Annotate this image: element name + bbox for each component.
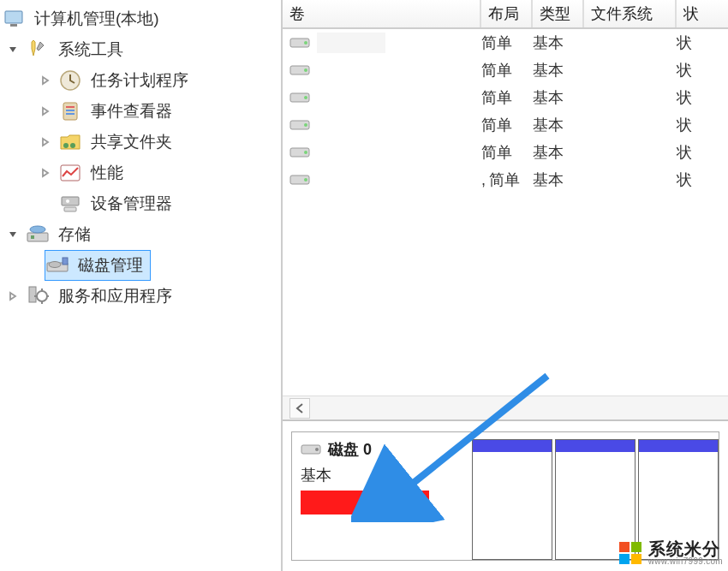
- tree-item-storage[interactable]: 存储: [0, 219, 281, 250]
- horizontal-scrollbar[interactable]: [283, 396, 728, 419]
- collapse-icon[interactable]: [5, 42, 21, 57]
- svg-rect-13: [27, 233, 48, 241]
- tree-item-event-viewer[interactable]: 事件查看器: [0, 96, 281, 127]
- disk-type-label: 基本: [301, 465, 463, 485]
- svg-rect-1: [10, 24, 17, 27]
- table-row[interactable]: 简单 基本 状: [283, 57, 728, 84]
- volume-icon: [289, 35, 310, 51]
- column-header-volume[interactable]: 卷: [283, 0, 481, 27]
- disk-size-redacted: [301, 491, 429, 514]
- cell-layout: ,简单: [481, 170, 533, 190]
- tree-item-label: 磁盘管理: [78, 254, 143, 277]
- tree-item-label: 性能: [91, 162, 123, 184]
- cell-status: 状: [677, 33, 728, 53]
- tools-icon: [26, 38, 50, 62]
- column-header-layout[interactable]: 布局: [481, 0, 533, 27]
- cell-status: 状: [677, 115, 728, 135]
- svg-point-22: [304, 41, 307, 45]
- cell-type: 基本: [533, 33, 584, 53]
- table-row[interactable]: 简单 基本 状: [283, 139, 728, 166]
- svg-rect-10: [62, 197, 79, 205]
- expand-icon[interactable]: [38, 73, 53, 88]
- cell-layout: 简单: [481, 142, 533, 163]
- table-row[interactable]: 简单 基本 状: [283, 29, 728, 57]
- watermark-title: 系统米分: [648, 540, 723, 557]
- tree-root-label: 计算机管理(本地): [34, 8, 159, 30]
- tree-item-performance[interactable]: 性能: [0, 158, 281, 188]
- collapse-icon[interactable]: [5, 227, 21, 242]
- volume-icon: [289, 145, 310, 160]
- cell-status: 状: [677, 87, 728, 108]
- cell-type: 基本: [533, 115, 584, 135]
- svg-rect-19: [29, 287, 36, 302]
- svg-point-17: [49, 262, 61, 268]
- table-body: 简单 基本 状 简单 基本 状 简单 基本 状: [283, 29, 728, 396]
- cell-status: 状: [677, 142, 728, 163]
- cell-status: 状: [677, 170, 728, 190]
- watermark: 系统米分 www.win7999.com: [619, 540, 723, 566]
- disk-management-icon: [45, 253, 69, 277]
- tree-item-label: 共享文件夹: [91, 131, 172, 153]
- tree-item-device-manager[interactable]: 设备管理器: [0, 188, 281, 219]
- svg-rect-5: [66, 110, 75, 111]
- tree-item-task-scheduler[interactable]: 任务计划程序: [0, 65, 281, 96]
- tree-item-label: 系统工具: [58, 39, 123, 61]
- tree-root-computer-management[interactable]: 计算机管理(本地): [0, 3, 281, 34]
- svg-point-14: [30, 226, 45, 233]
- svg-rect-0: [5, 11, 22, 23]
- tree-item-label: 设备管理器: [91, 193, 172, 215]
- shared-folder-icon: [58, 130, 82, 154]
- table-row[interactable]: 简单 基本 状: [283, 111, 728, 139]
- cell-layout: 简单: [481, 60, 533, 80]
- svg-point-26: [304, 96, 307, 99]
- watermark-logo-icon: [619, 542, 641, 564]
- tree-item-system-tools[interactable]: 系统工具: [0, 34, 281, 65]
- volume-icon: [289, 172, 310, 187]
- services-icon: [26, 284, 50, 308]
- volume-icon: [289, 62, 310, 78]
- svg-point-34: [315, 448, 319, 451]
- tree-item-disk-management[interactable]: 磁盘管理: [45, 250, 151, 281]
- expand-icon[interactable]: [38, 104, 53, 119]
- watermark-url: www.win7999.com: [648, 557, 723, 566]
- cell-type: 基本: [533, 142, 584, 163]
- disk-info-block[interactable]: 磁盘 0 基本: [292, 432, 472, 560]
- svg-point-24: [304, 68, 307, 72]
- svg-rect-11: [64, 207, 76, 211]
- svg-point-12: [66, 199, 69, 203]
- cell-type: 基本: [533, 87, 584, 108]
- svg-point-20: [37, 291, 47, 301]
- svg-rect-15: [31, 235, 34, 239]
- scroll-left-icon[interactable]: [289, 398, 310, 419]
- event-log-icon: [58, 99, 82, 123]
- table-row[interactable]: ,简单 基本 状: [283, 166, 728, 193]
- storage-icon: [26, 223, 50, 247]
- column-header-status[interactable]: 状: [677, 0, 728, 27]
- volume-name-redacted: [317, 33, 385, 53]
- table-row[interactable]: 简单 基本 状: [283, 84, 728, 111]
- expand-icon[interactable]: [5, 288, 21, 304]
- tree-item-shared-folders[interactable]: 共享文件夹: [0, 127, 281, 158]
- cell-layout: 简单: [481, 87, 533, 108]
- cell-type: 基本: [533, 60, 584, 80]
- tree-item-label: 存储: [58, 223, 91, 246]
- svg-rect-18: [63, 258, 68, 265]
- svg-point-32: [304, 178, 307, 181]
- table-header-row: 卷 布局 类型 文件系统 状: [283, 0, 728, 29]
- computer-icon: [2, 7, 26, 31]
- tree-item-label: 事件查看器: [91, 100, 172, 122]
- svg-point-28: [304, 123, 307, 127]
- column-header-type[interactable]: 类型: [533, 0, 584, 27]
- tree-item-services-apps[interactable]: 服务和应用程序: [0, 281, 281, 312]
- svg-point-30: [304, 151, 307, 154]
- volume-table: 卷 布局 类型 文件系统 状 简单 基本 状 简单 基本: [283, 0, 728, 421]
- cell-type: 基本: [533, 170, 584, 190]
- disk-title: 磁盘 0: [301, 439, 463, 460]
- nav-tree: 计算机管理(本地) 系统工具 任务计划程序: [0, 0, 283, 571]
- expand-icon[interactable]: [38, 165, 53, 181]
- clock-icon: [58, 68, 82, 92]
- partition-block[interactable]: [472, 439, 552, 560]
- column-header-filesystem[interactable]: 文件系统: [584, 0, 677, 27]
- volume-icon: [289, 117, 310, 133]
- expand-icon[interactable]: [38, 134, 53, 150]
